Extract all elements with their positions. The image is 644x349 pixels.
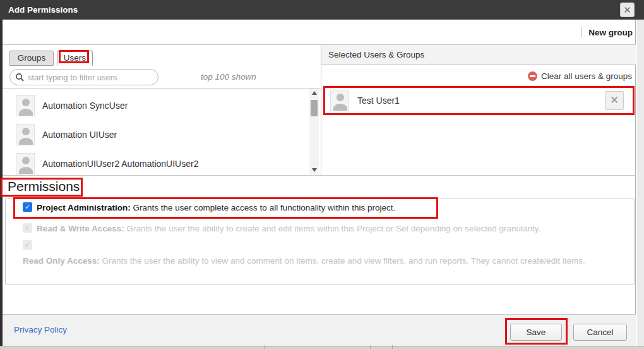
search-icon bbox=[15, 73, 24, 82]
add-permissions-dialog: Add Permissions ✕ New group Groups Users… bbox=[0, 0, 644, 349]
list-item[interactable]: Automation UIUser bbox=[9, 121, 300, 150]
page-scrollbar-gutter[interactable] bbox=[636, 20, 644, 349]
user-filter-search[interactable] bbox=[9, 69, 158, 85]
background-table-border bbox=[265, 345, 265, 349]
permission-description: Grants the user the ability to view and … bbox=[102, 256, 585, 266]
list-item[interactable]: Automation SyncUser bbox=[9, 92, 300, 121]
background-table-border bbox=[392, 345, 393, 349]
user-list-scrollbar[interactable] bbox=[309, 89, 319, 174]
check-icon: ✓ bbox=[23, 223, 32, 233]
tab-users[interactable]: Users bbox=[57, 51, 93, 66]
permission-description: Grants the user complete access to all f… bbox=[133, 203, 396, 212]
checkbox-project-administration[interactable]: ✓ bbox=[23, 202, 32, 212]
dialog-footer: Privacy Policy Save Cancel bbox=[3, 314, 636, 346]
selected-user-row: Test User1 ✕ bbox=[325, 87, 633, 114]
clear-all-label: Clear all users & groups bbox=[541, 71, 632, 81]
privacy-policy-link[interactable]: Privacy Policy bbox=[14, 325, 67, 334]
user-name: Automation UIUser bbox=[42, 121, 117, 148]
check-icon: ✓ bbox=[23, 240, 32, 250]
divider bbox=[3, 88, 321, 89]
minus-circle-icon bbox=[528, 71, 537, 81]
save-button[interactable]: Save bbox=[510, 324, 562, 341]
tab-groups[interactable]: Groups bbox=[9, 51, 54, 66]
permission-label: Project Administration: bbox=[37, 203, 131, 212]
top-100-shown-hint: top 100 shown bbox=[201, 69, 256, 85]
new-group-button[interactable]: New group bbox=[588, 28, 633, 37]
permission-label: Read & Write Access: bbox=[37, 224, 124, 233]
user-name: AutomationUIUser2 AutomationUIUser2 bbox=[42, 150, 198, 177]
avatar bbox=[330, 90, 349, 111]
close-icon[interactable]: ✕ bbox=[620, 3, 635, 17]
divider bbox=[3, 175, 636, 176]
permission-description: Grants the user the ability to create an… bbox=[127, 224, 541, 233]
cancel-button[interactable]: Cancel bbox=[573, 324, 627, 341]
checkbox-read-write-access: ✓ bbox=[23, 223, 32, 233]
permission-read-write-access: Read & Write Access: Grants the user the… bbox=[37, 223, 540, 234]
selected-user-name: Test User1 bbox=[357, 87, 400, 114]
permissions-heading: Permissions bbox=[8, 179, 80, 194]
scroll-up-icon[interactable] bbox=[309, 89, 319, 97]
dialog-titlebar: Add Permissions bbox=[0, 0, 644, 20]
user-name: Automation SyncUser bbox=[42, 92, 128, 119]
new-group-row: New group bbox=[581, 25, 633, 39]
search-input[interactable] bbox=[28, 73, 153, 82]
permission-project-administration: Project Administration: Grants the user … bbox=[37, 202, 395, 213]
background-table-border bbox=[370, 345, 371, 349]
scrollbar-thumb[interactable] bbox=[311, 100, 318, 116]
avatar bbox=[16, 95, 35, 116]
avatar bbox=[16, 124, 35, 145]
dialog-title: Add Permissions bbox=[8, 0, 78, 20]
permission-label: Read Only Access: bbox=[23, 256, 100, 266]
selected-users-header: Selected Users & Groups bbox=[321, 45, 636, 65]
scroll-down-icon[interactable] bbox=[309, 166, 319, 174]
checkbox-read-only-access: ✓ bbox=[23, 240, 32, 250]
avatar bbox=[16, 153, 35, 174]
permission-read-only-access: Read Only Access: Grants the user the ab… bbox=[23, 254, 625, 268]
divider bbox=[581, 27, 582, 37]
background-page-strip bbox=[0, 346, 644, 349]
clear-all-button[interactable]: Clear all users & groups bbox=[528, 71, 632, 81]
check-icon: ✓ bbox=[23, 202, 32, 212]
remove-user-icon[interactable]: ✕ bbox=[605, 91, 624, 110]
